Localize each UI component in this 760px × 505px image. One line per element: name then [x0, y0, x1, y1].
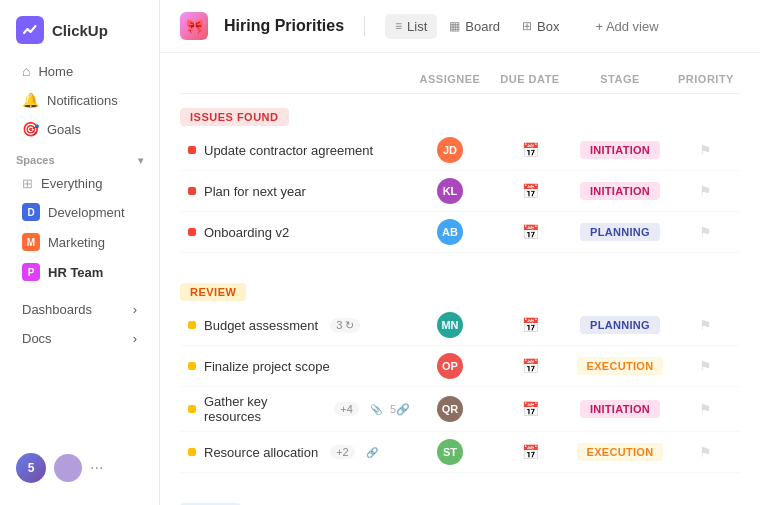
task-name-cell: Budget assessment 3 ↻ — [180, 318, 410, 333]
task-name-cell: Finalize project scope — [180, 359, 410, 374]
development-dot: D — [22, 203, 40, 221]
stage-badge: EXECUTION — [577, 443, 664, 461]
sidebar-item-hr-team[interactable]: P HR Team — [6, 258, 153, 286]
avatar: KL — [437, 178, 463, 204]
footer-dots[interactable]: ··· — [90, 459, 103, 477]
group-review: REVIEW Budget assessment 3 ↻ MN 📅 PLANNI… — [180, 269, 740, 473]
sidebar-item-development[interactable]: D Development — [6, 198, 153, 226]
dashboards-chevron-icon: › — [133, 302, 137, 317]
sidebar-item-hr-label: HR Team — [48, 265, 103, 280]
table-row[interactable]: Gather key resources +4 📎 5🔗 QR 📅 INITIA… — [180, 387, 740, 432]
avatar: AB — [437, 219, 463, 245]
add-view-button[interactable]: + Add view — [585, 14, 668, 39]
group-ready: READY New contractor agreement UV 📅 PLAN… — [180, 489, 740, 505]
group-review-header[interactable]: REVIEW — [180, 283, 246, 301]
view-tabs: ≡ List ▦ Board ⊞ Box — [385, 14, 569, 39]
assignee-cell: ST — [410, 439, 490, 465]
col-priority: PRIORITY — [670, 73, 740, 85]
sidebar-item-home[interactable]: ⌂ Home — [6, 57, 153, 85]
stage-cell: INITIATION — [570, 141, 670, 159]
task-dot — [188, 146, 196, 154]
due-date-cell: 📅 — [490, 444, 570, 460]
group-issues-found: ISSUES FOUND Update contractor agreement… — [180, 94, 740, 253]
stage-badge: EXECUTION — [577, 357, 664, 375]
task-name: Onboarding v2 — [204, 225, 289, 240]
logo[interactable]: ClickUp — [0, 12, 159, 56]
task-name-cell: Resource allocation +2 🔗 — [180, 445, 410, 460]
attachment-count: 5🔗 — [390, 403, 410, 416]
table-row[interactable]: Update contractor agreement JD 📅 INITIAT… — [180, 130, 740, 171]
task-badge: +2 — [330, 445, 355, 459]
table-header: ASSIGNEE DUE DATE STAGE PRIORITY — [180, 65, 740, 94]
task-name-cell: Gather key resources +4 📎 5🔗 — [180, 394, 410, 424]
task-dot — [188, 448, 196, 456]
task-name: Finalize project scope — [204, 359, 330, 374]
table-row[interactable]: Onboarding v2 AB 📅 PLANNING ⚑ — [180, 212, 740, 253]
secondary-avatar — [54, 454, 82, 482]
everything-icon: ⊞ — [22, 176, 33, 191]
table-row[interactable]: Plan for next year KL 📅 INITIATION ⚑ — [180, 171, 740, 212]
task-dot — [188, 321, 196, 329]
user-avatar[interactable]: 5 — [16, 453, 46, 483]
sidebar-item-docs[interactable]: Docs › — [6, 325, 153, 352]
task-name-cell: Update contractor agreement — [180, 143, 410, 158]
stage-cell: INITIATION — [570, 182, 670, 200]
header-divider — [364, 16, 365, 36]
due-date-cell: 📅 — [490, 142, 570, 158]
page-title: Hiring Priorities — [224, 17, 344, 35]
page-icon: 🎀 — [180, 12, 208, 40]
stage-badge: INITIATION — [580, 400, 660, 418]
col-due-date: DUE DATE — [490, 73, 570, 85]
sidebar-item-home-label: Home — [38, 64, 73, 79]
priority-cell: ⚑ — [670, 317, 740, 333]
logo-text: ClickUp — [52, 22, 108, 39]
sidebar-item-dashboards[interactable]: Dashboards › — [6, 296, 153, 323]
list-tab-icon: ≡ — [395, 19, 402, 33]
table-row[interactable]: Resource allocation +2 🔗 ST 📅 EXECUTION … — [180, 432, 740, 473]
assignee-cell: JD — [410, 137, 490, 163]
sidebar-item-everything[interactable]: ⊞ Everything — [6, 171, 153, 196]
stage-cell: PLANNING — [570, 223, 670, 241]
priority-icon: ⚑ — [699, 358, 712, 374]
tab-list[interactable]: ≡ List — [385, 14, 437, 39]
due-date-cell: 📅 — [490, 317, 570, 333]
priority-cell: ⚑ — [670, 183, 740, 199]
task-name: Update contractor agreement — [204, 143, 373, 158]
avatar: ST — [437, 439, 463, 465]
stage-cell: PLANNING — [570, 316, 670, 334]
page-header: 🎀 Hiring Priorities ≡ List ▦ Board ⊞ Box… — [160, 0, 760, 53]
tab-board[interactable]: ▦ Board — [439, 14, 510, 39]
main-content: 🎀 Hiring Priorities ≡ List ▦ Board ⊞ Box… — [160, 0, 760, 505]
calendar-icon: 📅 — [522, 401, 539, 417]
calendar-icon: 📅 — [522, 444, 539, 460]
task-dot — [188, 362, 196, 370]
sidebar-item-notifications[interactable]: 🔔 Notifications — [6, 86, 153, 114]
task-name-cell: Plan for next year — [180, 184, 410, 199]
stage-badge: INITIATION — [580, 141, 660, 159]
assignee-cell: KL — [410, 178, 490, 204]
avatar: JD — [437, 137, 463, 163]
stage-cell: INITIATION — [570, 400, 670, 418]
marketing-dot: M — [22, 233, 40, 251]
due-date-cell: 📅 — [490, 224, 570, 240]
group-issues-header[interactable]: ISSUES FOUND — [180, 108, 289, 126]
priority-cell: ⚑ — [670, 142, 740, 158]
table-row[interactable]: Finalize project scope OP 📅 EXECUTION ⚑ — [180, 346, 740, 387]
priority-icon: ⚑ — [699, 142, 712, 158]
sidebar-item-goals[interactable]: 🎯 Goals — [6, 115, 153, 143]
task-dot — [188, 405, 196, 413]
priority-cell: ⚑ — [670, 358, 740, 374]
sidebar-item-marketing[interactable]: M Marketing — [6, 228, 153, 256]
stage-badge: INITIATION — [580, 182, 660, 200]
sidebar-bottom: Dashboards › Docs › — [0, 295, 159, 353]
priority-icon: ⚑ — [699, 183, 712, 199]
task-name: Budget assessment — [204, 318, 318, 333]
home-icon: ⌂ — [22, 63, 30, 79]
stage-cell: EXECUTION — [570, 443, 670, 461]
avatar: OP — [437, 353, 463, 379]
tab-box[interactable]: ⊞ Box — [512, 14, 569, 39]
priority-icon: ⚑ — [699, 317, 712, 333]
avatar: MN — [437, 312, 463, 338]
assignee-cell: OP — [410, 353, 490, 379]
table-row[interactable]: Budget assessment 3 ↻ MN 📅 PLANNING ⚑ — [180, 305, 740, 346]
